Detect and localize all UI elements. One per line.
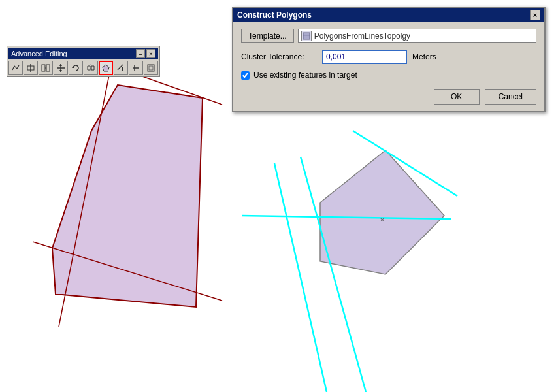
extend-tool[interactable]: [114, 61, 128, 75]
ok-button[interactable]: OK: [434, 89, 480, 105]
svg-rect-12: [42, 65, 45, 71]
svg-text:×: ×: [380, 216, 384, 223]
svg-line-6: [301, 157, 366, 392]
svg-line-8: [353, 131, 457, 196]
dialog-buttons: OK Cancel: [241, 89, 536, 105]
cancel-button[interactable]: Cancel: [485, 89, 536, 105]
svg-line-5: [274, 163, 327, 392]
offset-tool[interactable]: [144, 61, 158, 75]
use-existing-checkbox[interactable]: [241, 71, 250, 80]
svg-marker-4: [320, 150, 444, 274]
toolbar-titlebar: Advanced Editing – ×: [8, 48, 158, 59]
template-field: PolygonsFromLinesTopolgy: [298, 29, 536, 43]
checkbox-label: Use existing features in target: [253, 71, 357, 80]
svg-marker-18: [59, 70, 62, 72]
cluster-tolerance-row: Cluster Tolerance: Meters: [241, 50, 536, 64]
template-row: Template... PolygonsFromLinesTopolgy: [241, 29, 536, 43]
cluster-unit: Meters: [412, 52, 436, 61]
construct-polygons-dialog: Construct Polygons × Template... Polygon…: [232, 7, 546, 112]
split-tool[interactable]: [24, 61, 38, 75]
svg-line-7: [242, 216, 451, 219]
rotate-tool[interactable]: [69, 61, 83, 75]
template-layer-icon: [301, 31, 312, 41]
checkbox-row: Use existing features in target: [241, 71, 536, 80]
template-button[interactable]: Template...: [241, 29, 294, 43]
cluster-label: Cluster Tolerance:: [241, 52, 319, 61]
toolbar-icons-row: [8, 61, 158, 75]
advanced-editing-toolbar: Advanced Editing – ×: [7, 46, 160, 77]
svg-rect-30: [303, 33, 310, 39]
construct-polygons-tool[interactable]: [99, 61, 113, 75]
dialog-body: Template... PolygonsFromLinesTopolgy Clu…: [233, 22, 544, 111]
template-value: PolygonsFromLinesTopolgy: [314, 31, 410, 41]
svg-rect-29: [149, 66, 153, 70]
trim-tool[interactable]: [129, 61, 143, 75]
svg-marker-21: [88, 66, 90, 70]
dialog-title: Construct Polygons: [237, 10, 312, 20]
cluster-input[interactable]: [322, 50, 407, 64]
svg-marker-22: [91, 66, 94, 70]
svg-rect-13: [46, 65, 50, 71]
mirror-tool[interactable]: [84, 61, 98, 75]
svg-marker-0: [52, 85, 203, 307]
svg-marker-23: [103, 65, 109, 71]
dialog-close-button[interactable]: ×: [530, 10, 540, 20]
toolbar-title: Advanced Editing: [11, 50, 67, 57]
merge-tool[interactable]: [39, 61, 53, 75]
svg-line-1: [59, 65, 111, 327]
toolbar-pin-button[interactable]: –: [136, 49, 145, 58]
svg-marker-17: [59, 64, 62, 66]
svg-line-2: [33, 242, 222, 301]
svg-line-24: [118, 65, 123, 70]
dialog-titlebar: Construct Polygons ×: [233, 8, 544, 22]
reshape-tool[interactable]: [8, 61, 23, 75]
toolbar-close-button[interactable]: ×: [146, 49, 155, 58]
move-tool[interactable]: [54, 61, 68, 75]
